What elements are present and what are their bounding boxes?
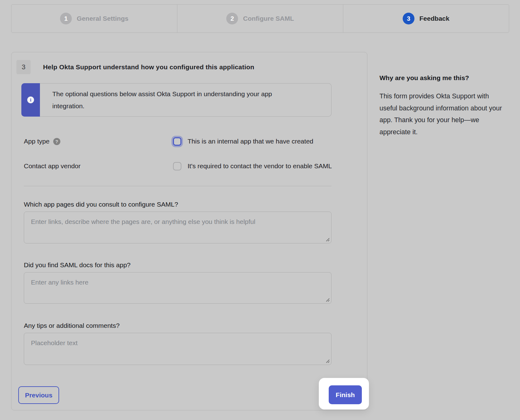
info-banner-body: The optional questions below assist Okta… (40, 83, 332, 117)
wizard-stepper: 1 General Settings 2 Configure SAML 3 Fe… (11, 4, 509, 33)
finish-button[interactable]: Finish (329, 385, 362, 404)
contact-vendor-checkbox[interactable] (173, 162, 181, 170)
tab-feedback-label: Feedback (419, 15, 449, 22)
app-type-row: App type ? This is an internal app that … (24, 135, 333, 148)
question-3-field-wrap (24, 333, 332, 365)
sidebar-heading: Why are you asking me this? (379, 74, 509, 82)
tab-configure-saml[interactable]: 2 Configure SAML (177, 5, 343, 32)
question-3-label: Any tips or additional comments? (24, 322, 119, 329)
app-type-label: App type ? (24, 138, 60, 145)
question-2-label: Did you find SAML docs for this app? (24, 261, 131, 269)
tab-general-settings-label: General Settings (77, 15, 128, 22)
info-banner-accent: i (21, 83, 40, 117)
info-banner-text: The optional questions below assist Okta… (52, 88, 297, 112)
question-1-label: Which app pages did you consult to confi… (24, 201, 178, 208)
question-1-textarea[interactable] (24, 212, 332, 243)
step-number-badge: 3 (16, 60, 31, 74)
contact-vendor-option-label: It's required to contact the vendor to e… (188, 162, 332, 170)
step-title: Help Okta Support understand how you con… (43, 63, 254, 71)
question-2-field-wrap (24, 272, 332, 304)
section-divider (24, 186, 332, 186)
step-1-circle: 1 (60, 13, 72, 24)
step-3-circle: 3 (403, 13, 414, 24)
contact-vendor-label-text: Contact app vendor (24, 162, 80, 170)
step-2-circle: 2 (226, 13, 238, 24)
info-icon: i (27, 96, 34, 103)
contact-vendor-option: It's required to contact the vendor to e… (173, 162, 332, 170)
question-1-field-wrap (24, 212, 332, 243)
feedback-form-card: 3 Help Okta Support understand how you c… (11, 52, 367, 410)
contact-vendor-label: Contact app vendor (24, 162, 80, 170)
tab-general-settings[interactable]: 1 General Settings (11, 5, 177, 32)
help-icon[interactable]: ? (53, 138, 60, 145)
page: 1 General Settings 2 Configure SAML 3 Fe… (0, 0, 520, 420)
info-banner: i The optional questions below assist Ok… (21, 83, 332, 117)
previous-button[interactable]: Previous (18, 386, 59, 404)
tab-feedback[interactable]: 3 Feedback (343, 5, 509, 32)
question-2-textarea[interactable] (24, 272, 332, 304)
app-type-label-text: App type (24, 138, 50, 145)
finish-button-spotlight: Finish (319, 378, 369, 409)
step-header: 3 Help Okta Support understand how you c… (16, 60, 254, 74)
question-3-textarea[interactable] (24, 333, 332, 365)
sidebar-body-text: This form provides Okta Support with use… (379, 90, 504, 138)
tab-configure-saml-label: Configure SAML (243, 15, 294, 22)
app-type-checkbox[interactable] (173, 137, 181, 146)
app-type-option-label: This is an internal app that we have cre… (188, 138, 313, 145)
help-sidebar: Why are you asking me this? This form pr… (379, 74, 509, 138)
contact-vendor-row: Contact app vendor It's required to cont… (24, 160, 333, 172)
app-type-option: This is an internal app that we have cre… (173, 137, 313, 146)
